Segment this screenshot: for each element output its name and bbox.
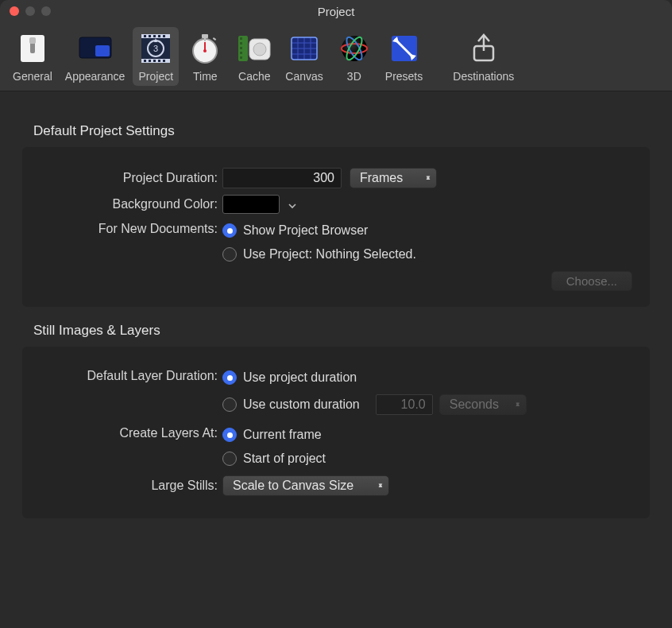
custom-duration-field[interactable]: [376, 394, 433, 415]
svg-rect-9: [144, 35, 146, 37]
svg-rect-16: [153, 60, 156, 62]
preferences-toolbar: General Appearance 3 Project: [0, 22, 672, 91]
svg-rect-10: [149, 35, 151, 37]
popup-value: Scale to Canvas Size: [233, 479, 353, 493]
svg-rect-18: [163, 60, 165, 62]
svg-rect-33: [240, 56, 242, 59]
svg-point-26: [203, 49, 207, 52]
toolbar-tab-time[interactable]: Time: [182, 27, 228, 86]
window-title: Project: [0, 5, 672, 18]
toolbar-tab-destinations[interactable]: Destinations: [448, 27, 519, 86]
radio-icon: [222, 452, 237, 466]
toolbar-label: 3D: [347, 70, 361, 83]
section-title-stills: Still Images & Layers: [33, 323, 650, 339]
minimize-window-button[interactable]: [25, 6, 35, 16]
svg-rect-23: [202, 34, 208, 38]
svg-point-35: [253, 43, 266, 56]
toolbar-label: General: [13, 70, 52, 83]
popup-value: Frames: [360, 171, 403, 185]
svg-rect-29: [240, 37, 242, 40]
3d-icon: [336, 30, 373, 67]
project-duration-field[interactable]: [222, 168, 342, 188]
section-title-default-project: Default Project Settings: [33, 123, 650, 139]
chevron-down-icon[interactable]: [288, 200, 297, 209]
svg-rect-32: [240, 52, 242, 54]
radio-icon: [222, 247, 237, 262]
background-color-well[interactable]: [222, 195, 280, 214]
svg-rect-17: [158, 60, 160, 62]
appearance-icon: [77, 30, 114, 67]
svg-rect-27: [213, 37, 216, 41]
create-layers-label: Create Layers At:: [40, 424, 222, 440]
radio-icon: [222, 370, 237, 385]
toolbar-tab-canvas[interactable]: Canvas: [280, 27, 327, 86]
canvas-icon: [286, 30, 322, 67]
svg-rect-30: [240, 42, 242, 45]
presets-icon: [386, 30, 423, 67]
project-duration-label: Project Duration:: [40, 171, 222, 185]
toolbar-tab-3d[interactable]: 3D: [331, 27, 377, 86]
radio-label: Use Project: Nothing Selected.: [243, 247, 416, 262]
svg-rect-15: [149, 60, 151, 62]
toolbar-label: Appearance: [65, 70, 126, 83]
radio-icon: [222, 428, 237, 442]
layer-duration-radio-project[interactable]: Use project duration: [222, 370, 357, 385]
project-icon: 3: [137, 30, 174, 67]
create-layers-radio-start[interactable]: Start of project: [222, 452, 326, 466]
group-default-project: Project Duration: Frames ▲▼ Background C…: [22, 147, 650, 307]
radio-label: Use project duration: [243, 370, 357, 385]
traffic-lights: [0, 6, 51, 16]
toolbar-label: Project: [139, 70, 174, 83]
custom-duration-unit-popup[interactable]: Seconds ▲▼: [439, 394, 527, 415]
toolbar-tab-presets[interactable]: Presets: [380, 27, 427, 86]
svg-rect-28: [238, 36, 248, 61]
svg-rect-11: [153, 35, 156, 37]
svg-text:3: 3: [153, 44, 158, 53]
radio-icon: [222, 397, 237, 412]
zoom-window-button[interactable]: [41, 6, 51, 16]
time-icon: [187, 30, 223, 67]
toolbar-label: Time: [193, 70, 218, 83]
new-documents-label: For New Documents:: [40, 220, 222, 236]
radio-label: Show Project Browser: [243, 223, 368, 238]
general-icon: [14, 30, 51, 67]
close-window-button[interactable]: [10, 6, 19, 16]
radio-label: Use custom duration: [243, 397, 360, 412]
layer-duration-label: Default Layer Duration:: [40, 367, 222, 383]
toolbar-label: Cache: [238, 70, 270, 83]
toolbar-tab-cache[interactable]: Cache: [231, 27, 277, 86]
radio-label: Start of project: [243, 452, 326, 466]
toolbar-tab-appearance[interactable]: Appearance: [60, 27, 130, 86]
layer-duration-radio-custom[interactable]: Use custom duration Seconds ▲▼: [222, 394, 527, 415]
destinations-icon: [465, 30, 502, 67]
large-stills-label: Large Stills:: [40, 479, 222, 493]
new-docs-radio-show-browser[interactable]: Show Project Browser: [222, 223, 368, 238]
popup-value: Seconds: [450, 397, 499, 412]
svg-rect-14: [144, 60, 146, 62]
create-layers-radio-current[interactable]: Current frame: [222, 428, 322, 442]
content: Default Project Settings Project Duratio…: [0, 91, 672, 542]
toolbar-label: Destinations: [453, 70, 514, 83]
svg-rect-13: [163, 35, 165, 37]
new-docs-radio-use-project[interactable]: Use Project: Nothing Selected.: [222, 247, 416, 262]
svg-rect-2: [29, 37, 36, 44]
svg-rect-5: [95, 45, 110, 56]
toolbar-label: Canvas: [285, 70, 322, 83]
radio-icon: [222, 223, 237, 238]
group-stills: Default Layer Duration: Use project dura…: [22, 347, 650, 518]
svg-rect-12: [158, 35, 160, 37]
cache-icon: [236, 30, 272, 67]
svg-rect-31: [240, 47, 242, 49]
background-color-label: Background Color:: [40, 197, 222, 211]
svg-rect-24: [204, 38, 206, 41]
large-stills-popup[interactable]: Scale to Canvas Size ▲▼: [222, 475, 389, 496]
toolbar-tab-project[interactable]: 3 Project: [133, 27, 179, 86]
choose-button[interactable]: Choose...: [551, 271, 632, 291]
toolbar-tab-general[interactable]: General: [8, 27, 57, 86]
titlebar: Project: [0, 0, 672, 22]
project-duration-unit-popup[interactable]: Frames ▲▼: [350, 168, 437, 188]
radio-label: Current frame: [243, 428, 322, 442]
toolbar-label: Presets: [385, 70, 423, 83]
